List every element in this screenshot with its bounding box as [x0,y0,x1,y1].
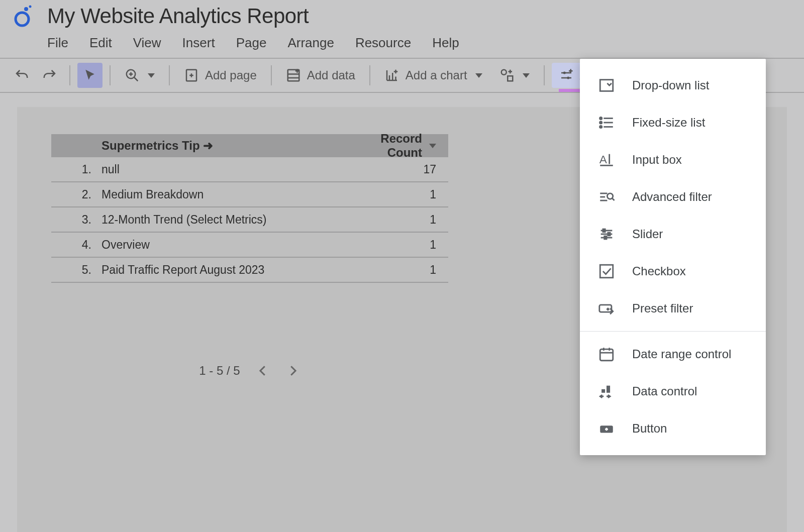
svg-point-47 [607,193,613,199]
svg-point-29 [567,77,569,79]
svg-rect-55 [600,265,613,278]
control-option-input-box[interactable]: AInput box [580,141,766,178]
control-option-label: Input box [632,153,682,167]
menu-page[interactable]: Page [236,35,267,51]
slider-icon [598,226,615,243]
row-index: 2. [51,188,102,201]
control-option-label: Checkbox [632,264,686,278]
undo-icon [14,68,29,83]
toolbar-separator [544,65,545,85]
table-row[interactable]: 1.null17 [51,157,448,182]
table-row[interactable]: 2.Medium Breakdown1 [51,182,448,207]
svg-rect-23 [508,76,513,81]
control-option-preset-filter[interactable]: Preset filter [580,290,766,327]
control-option-fixed-list[interactable]: Fixed-size list [580,104,766,141]
svg-rect-59 [600,349,613,361]
svg-point-38 [600,117,602,119]
header-dimension-label: Supermetrics Tip ➜ [102,139,213,152]
control-option-adv-filter[interactable]: Advanced filter [580,178,766,216]
menu-view[interactable]: View [133,35,161,51]
menu-insert[interactable]: Insert [182,35,215,51]
document-title[interactable]: My Website Analytics Report [47,4,309,28]
redo-button[interactable] [37,63,62,88]
control-option-button[interactable]: Button [580,410,766,447]
row-label: 12-Month Trend (Select Metrics) [102,213,348,227]
table-row[interactable]: 5.Paid Traffic Report August 20231 [51,258,448,283]
control-option-date-range[interactable]: Date range control [580,336,766,373]
svg-rect-52 [603,229,605,232]
sort-desc-icon [429,144,436,148]
svg-rect-34 [600,80,613,91]
dropdown-divider [580,331,766,332]
header-metric[interactable]: Record Count [348,132,448,160]
row-value: 1 [348,238,448,252]
add-data-label: Add data [307,68,355,82]
row-index: 1. [51,163,102,176]
prev-page-button[interactable] [255,363,270,378]
svg-rect-63 [607,386,610,393]
svg-point-22 [501,70,506,75]
control-icon [559,68,574,83]
app-logo-icon [11,5,33,27]
control-option-label: Button [632,421,667,436]
zoom-button[interactable] [118,63,162,88]
menu-resource[interactable]: Resource [355,35,411,51]
next-page-button[interactable] [285,363,300,378]
add-control-dropdown: Drop-down listFixed-size listAInput boxA… [580,59,766,455]
row-index: 3. [51,213,102,227]
add-page-button[interactable]: Add page [177,63,264,88]
chevron-down-icon [475,73,482,78]
undo-button[interactable] [9,63,34,88]
control-option-checkbox[interactable]: Checkbox [580,253,766,290]
menu-help[interactable]: Help [432,35,459,51]
community-viz-button[interactable] [492,63,537,88]
menu-file[interactable]: File [47,35,68,51]
row-label: Medium Breakdown [102,188,348,201]
table-header[interactable]: Supermetrics Tip ➜ Record Count [51,134,448,157]
chevron-down-icon [148,73,155,78]
svg-rect-64 [601,389,605,393]
toolbar-separator [110,65,111,85]
fixed-list-icon [598,114,615,131]
control-option-slider[interactable]: Slider [580,216,766,253]
control-option-dropdown-list[interactable]: Drop-down list [580,67,766,104]
add-page-icon [184,68,199,83]
table-row[interactable]: 4.Overview1 [51,233,448,258]
dropdown-list-icon [598,77,615,94]
preset-filter-icon [598,300,615,317]
control-option-label: Drop-down list [632,78,709,92]
add-chart-label: Add a chart [406,68,467,82]
select-tool-button[interactable] [77,63,103,88]
add-data-icon [286,68,301,83]
input-box-icon: A [598,151,615,168]
button-icon [598,420,615,437]
pager-label: 1 - 5 / 5 [199,364,240,378]
header: My Website Analytics Report File Edit Vi… [0,0,804,58]
adv-filter-icon [598,188,615,205]
header-dimension[interactable]: Supermetrics Tip ➜ [102,139,348,153]
add-page-label: Add page [205,68,257,82]
svg-rect-56 [599,305,612,312]
svg-text:A: A [599,153,608,166]
control-option-data-control[interactable]: Data control [580,373,766,410]
date-range-icon [598,346,615,363]
row-label: Overview [102,238,348,252]
svg-rect-53 [608,233,610,236]
row-value: 1 [348,213,448,227]
svg-point-2 [29,6,32,8]
data-control-icon [598,383,615,400]
table-row[interactable]: 3.12-Month Trend (Select Metrics)1 [51,207,448,233]
report-table[interactable]: Supermetrics Tip ➜ Record Count 1.null17… [51,134,448,283]
svg-line-48 [612,198,614,200]
shapes-icon [499,68,515,83]
chevron-down-icon [523,73,530,78]
svg-point-28 [563,72,565,74]
add-data-button[interactable]: Add data [279,63,362,88]
add-chart-button[interactable]: Add a chart [377,63,489,88]
menu-edit[interactable]: Edit [89,35,112,51]
control-option-label: Date range control [632,347,731,361]
control-option-label: Advanced filter [632,190,712,204]
menu-arrange[interactable]: Arrange [287,35,334,51]
header-metric-label: Record Count [348,132,422,160]
row-index: 4. [51,238,102,252]
